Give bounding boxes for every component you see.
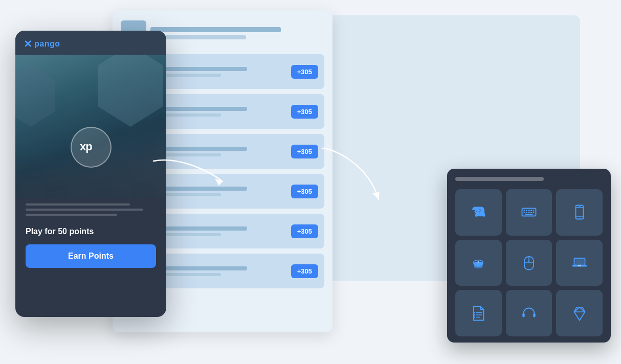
svg-point-36 <box>474 316 475 318</box>
grid-title-bar <box>455 177 544 181</box>
menu-line-2 <box>26 209 143 211</box>
hero-xp-label: xp <box>80 139 102 156</box>
item-line-1 <box>157 226 247 231</box>
phone-menu-lines <box>15 198 166 216</box>
svg-marker-2 <box>372 192 380 199</box>
icon-cell-headphones[interactable] <box>506 290 552 336</box>
phone-card: ✕ pango xp Play for 50 points Ea <box>15 31 166 317</box>
svg-rect-37 <box>522 313 525 317</box>
svg-rect-8 <box>533 210 534 211</box>
hero-polygon-2 <box>15 65 61 127</box>
arrow-list-to-grid <box>317 143 389 204</box>
svg-rect-29 <box>575 259 584 264</box>
menu-line-1 <box>26 203 130 206</box>
grid-panel: 1 <box>447 169 611 343</box>
svg-point-35 <box>474 314 475 315</box>
svg-text:xp: xp <box>80 140 92 153</box>
arrow-phone-to-list <box>148 156 230 187</box>
coins-icon: 1 <box>469 254 487 272</box>
points-badge: +305 <box>291 105 318 119</box>
svg-rect-7 <box>530 210 532 211</box>
item-line-1 <box>157 147 247 151</box>
points-badge: +305 <box>291 65 318 79</box>
svg-marker-1 <box>215 178 223 186</box>
hero-polygon-1 <box>90 55 166 127</box>
phone-hero: xp <box>15 55 166 198</box>
points-badge: +305 <box>291 145 318 158</box>
scene: +305 +305 +305 +305 <box>0 0 621 364</box>
points-badge: +305 <box>291 264 318 278</box>
item-lines <box>157 266 286 276</box>
diamond-icon <box>570 304 589 323</box>
x-logo-icon: ✕ <box>24 38 32 50</box>
item-line-1 <box>157 266 247 270</box>
document-icon <box>469 304 487 323</box>
svg-rect-19 <box>578 207 581 207</box>
play-for-points-text: Play for 50 points <box>26 227 156 236</box>
svg-rect-11 <box>528 212 529 213</box>
icon-cell-gamepad[interactable] <box>455 189 502 236</box>
menu-line-3 <box>26 214 117 216</box>
svg-rect-12 <box>530 212 532 213</box>
item-line-1 <box>157 187 247 191</box>
svg-rect-9 <box>523 212 525 213</box>
item-lines <box>157 107 286 117</box>
gamepad-icon <box>469 203 487 221</box>
icon-cell-document[interactable] <box>455 290 502 336</box>
xpango-logo: ✕ pango <box>24 38 60 50</box>
icon-cell-mobile[interactable] <box>556 189 603 236</box>
header-line-1 <box>150 27 281 32</box>
svg-rect-10 <box>526 212 527 213</box>
item-lines <box>157 147 286 156</box>
phone-content: Play for 50 points Earn Points <box>15 219 166 276</box>
logo-text: pango <box>34 39 60 49</box>
earn-points-button[interactable]: Earn Points <box>26 244 156 268</box>
icon-cell-diamond[interactable] <box>556 290 603 336</box>
icon-cell-mouse[interactable] <box>506 240 552 286</box>
points-badge: +305 <box>291 185 318 198</box>
headphones-icon <box>520 304 538 323</box>
laptop-icon <box>570 254 589 272</box>
svg-rect-13 <box>533 212 534 213</box>
keyboard-icon <box>520 203 538 221</box>
mobile-icon <box>570 203 589 221</box>
svg-point-34 <box>474 312 475 313</box>
list-header-lines <box>150 27 324 39</box>
svg-rect-38 <box>533 313 536 317</box>
phone-header: ✕ pango <box>15 31 166 55</box>
hero-xp-circle: xp <box>71 127 112 168</box>
item-line-1 <box>157 107 247 111</box>
icon-grid: 1 <box>455 189 603 336</box>
item-lines <box>157 67 286 77</box>
svg-rect-14 <box>525 214 533 215</box>
item-lines <box>157 226 286 236</box>
svg-rect-6 <box>528 210 529 211</box>
item-line-1 <box>157 67 247 71</box>
svg-rect-4 <box>523 210 525 211</box>
mouse-icon <box>520 254 538 272</box>
svg-rect-5 <box>526 210 527 211</box>
icon-cell-laptop[interactable] <box>556 240 603 286</box>
svg-point-18 <box>579 218 580 219</box>
item-lines <box>157 187 286 196</box>
icon-cell-keyboard[interactable] <box>506 189 552 236</box>
points-badge: +305 <box>291 224 318 238</box>
icon-cell-coins[interactable]: 1 <box>455 240 502 286</box>
